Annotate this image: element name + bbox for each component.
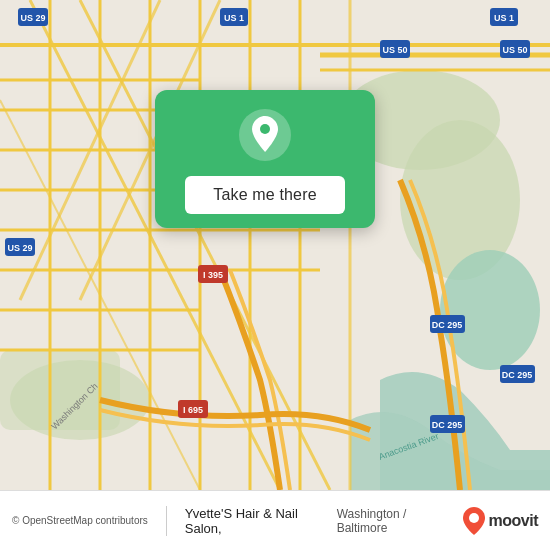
location-popup: Take me there <box>155 90 375 228</box>
moovit-pin-icon <box>463 507 485 535</box>
place-region: Washington / Baltimore <box>337 507 453 535</box>
take-me-there-button[interactable]: Take me there <box>185 176 344 214</box>
place-info: Yvette'S Hair & Nail Salon, Washington /… <box>185 506 453 536</box>
svg-text:US 29: US 29 <box>7 243 32 253</box>
osm-attribution: © OpenStreetMap contributors <box>12 515 148 526</box>
svg-text:I 395: I 395 <box>203 270 223 280</box>
moovit-logo: moovit <box>463 507 538 535</box>
svg-text:US 1: US 1 <box>494 13 514 23</box>
svg-text:I 695: I 695 <box>183 405 203 415</box>
map-svg: US 29 US 29 US 1 US 1 US 50 US 50 I 395 … <box>0 0 550 490</box>
svg-text:DC 295: DC 295 <box>502 370 533 380</box>
divider <box>166 506 167 536</box>
bottom-bar: © OpenStreetMap contributors Yvette'S Ha… <box>0 490 550 550</box>
svg-text:US 50: US 50 <box>382 45 407 55</box>
svg-point-54 <box>260 124 270 134</box>
svg-text:US 29: US 29 <box>20 13 45 23</box>
place-name: Yvette'S Hair & Nail Salon, <box>185 506 329 536</box>
svg-text:DC 295: DC 295 <box>432 320 463 330</box>
location-pin-icon <box>238 108 292 162</box>
moovit-brand-text: moovit <box>489 512 538 530</box>
svg-text:US 50: US 50 <box>502 45 527 55</box>
map-view: US 29 US 29 US 1 US 1 US 50 US 50 I 395 … <box>0 0 550 490</box>
svg-point-55 <box>469 513 479 523</box>
svg-text:DC 295: DC 295 <box>432 420 463 430</box>
svg-text:US 1: US 1 <box>224 13 244 23</box>
